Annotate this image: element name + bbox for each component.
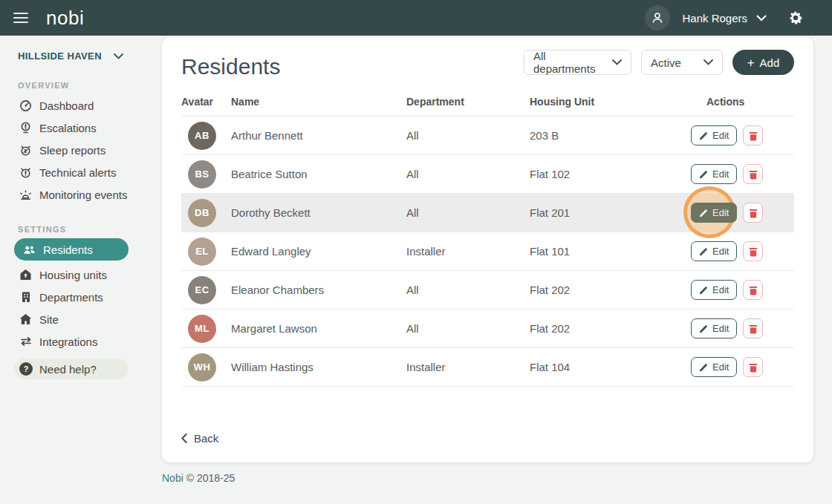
sidebar-item-escalations[interactable]: Escalations xyxy=(0,117,162,139)
resident-name: Dorothy Beckett xyxy=(231,206,406,219)
integrations-icon xyxy=(19,336,32,347)
edit-button[interactable]: Edit xyxy=(691,357,737,377)
pencil-icon xyxy=(699,247,708,256)
alarm-warning-icon xyxy=(19,166,32,179)
resident-housing-unit: Flat 101 xyxy=(530,245,663,258)
resident-department: All xyxy=(406,129,530,142)
resident-name: Margaret Lawson xyxy=(231,322,406,335)
sidebar-item-label: Dashboard xyxy=(39,99,94,112)
need-help-label: Need help? xyxy=(39,363,97,376)
resident-housing-unit: Flat 202 xyxy=(530,322,663,335)
sidebar-item-site[interactable]: Site xyxy=(0,308,162,330)
avatar: DB xyxy=(188,199,216,227)
pencil-icon xyxy=(699,170,708,179)
delete-button[interactable] xyxy=(743,125,763,145)
sidebar-item-label: Housing units xyxy=(39,269,107,281)
sidebar-item-residents[interactable]: Residents xyxy=(14,238,129,261)
menu-icon[interactable] xyxy=(13,10,28,26)
delete-button[interactable] xyxy=(743,357,763,377)
user-menu[interactable]: Hank Rogers xyxy=(682,12,747,24)
home-icon xyxy=(19,313,32,325)
delete-button[interactable] xyxy=(743,280,763,300)
sidebar-item-technical-alerts[interactable]: Technical alerts xyxy=(0,161,162,183)
delete-button[interactable] xyxy=(743,203,763,223)
sidebar-item-monitoring-events[interactable]: Monitoring events xyxy=(0,183,162,206)
user-avatar-icon[interactable] xyxy=(645,5,670,30)
app-logo: nobi xyxy=(46,7,84,30)
edit-button[interactable]: Edit xyxy=(691,241,737,261)
resident-housing-unit: Flat 102 xyxy=(530,168,663,180)
avatar-initials: EC xyxy=(195,284,209,295)
back-label: Back xyxy=(194,432,218,445)
pencil-icon xyxy=(699,209,708,217)
edit-button[interactable]: Edit xyxy=(691,125,737,145)
trash-icon xyxy=(748,285,758,295)
sidebar-item-label: Integrations xyxy=(39,336,97,348)
site-selector[interactable]: HILLSIDE HAVEN xyxy=(18,50,123,62)
trash-icon xyxy=(748,131,758,141)
pencil-icon xyxy=(699,324,708,333)
sidebar-item-label: Escalations xyxy=(39,122,97,134)
pencil-icon xyxy=(699,286,708,295)
chevron-down-icon[interactable] xyxy=(756,15,767,22)
sidebar-item-dashboard[interactable]: Dashboard xyxy=(0,94,162,117)
delete-button[interactable] xyxy=(743,318,763,338)
resident-name: Beatrice Sutton xyxy=(231,168,406,180)
section-settings: SETTINGS xyxy=(18,225,162,234)
edit-button-label: Edit xyxy=(712,323,729,334)
gear-icon[interactable] xyxy=(787,10,804,26)
sidebar-item-integrations[interactable]: Integrations xyxy=(0,330,162,353)
table-row: BS Beatrice Sutton All Flat 102 Edit xyxy=(181,155,794,194)
avatar-initials: DB xyxy=(195,207,209,218)
sidebar-item-label: Departments xyxy=(39,291,103,304)
residents-panel: Residents All departments Active + Add A xyxy=(162,38,813,462)
avatar-initials: AB xyxy=(195,130,209,141)
avatar-initials: ML xyxy=(195,323,209,334)
delete-button[interactable] xyxy=(743,164,763,184)
resident-name: William Hastings xyxy=(231,361,406,373)
trash-icon xyxy=(748,246,758,257)
sidebar-item-housing-units[interactable]: Housing units xyxy=(0,264,162,286)
table-row: WH William Hastings Installer Flat 104 E… xyxy=(181,348,794,387)
avatar: WH xyxy=(188,353,216,382)
back-button[interactable]: Back xyxy=(181,432,218,445)
avatar-initials: WH xyxy=(194,361,211,373)
edit-button-label: Edit xyxy=(712,130,729,141)
header-name: Name xyxy=(231,96,406,108)
sidebar-item-departments[interactable]: Departments xyxy=(0,286,162,308)
footer-copyright: © 2018-25 xyxy=(186,472,235,484)
siren-icon xyxy=(19,189,32,201)
department-filter-dropdown[interactable]: All departments xyxy=(524,50,631,75)
sidebar-item-label: Site xyxy=(39,313,59,326)
edit-button[interactable]: Edit xyxy=(691,203,737,223)
pencil-icon xyxy=(699,363,708,372)
chevron-down-icon xyxy=(602,59,622,65)
resident-housing-unit: Flat 202 xyxy=(530,284,663,296)
edit-button[interactable]: Edit xyxy=(691,280,737,300)
question-icon: ? xyxy=(19,362,33,376)
alert-bulb-icon xyxy=(19,122,32,134)
trash-icon xyxy=(748,208,758,218)
section-overview: OVERVIEW xyxy=(18,81,162,90)
status-filter-dropdown[interactable]: Active xyxy=(641,50,723,75)
sidebar-item-sleep-reports[interactable]: Sleep reports xyxy=(0,139,162,161)
avatar-initials: EL xyxy=(195,246,209,257)
avatar: BS xyxy=(188,160,216,189)
need-help-button[interactable]: ? Need help? xyxy=(14,359,129,379)
trash-icon xyxy=(748,169,758,180)
header-housing-unit: Housing Unit xyxy=(530,96,663,108)
footer-brand-link[interactable]: Nobi xyxy=(162,472,183,484)
avatar: EC xyxy=(188,276,216,304)
department-filter-value: All departments xyxy=(533,50,602,75)
edit-button[interactable]: Edit xyxy=(691,318,737,338)
avatar: EL xyxy=(188,238,216,266)
edit-button-label: Edit xyxy=(712,168,729,180)
building-icon xyxy=(19,291,32,303)
topbar: nobi Hank Rogers xyxy=(0,0,832,36)
trash-icon xyxy=(748,362,758,373)
edit-button[interactable]: Edit xyxy=(691,164,737,184)
edit-button-label: Edit xyxy=(712,284,729,295)
add-resident-button[interactable]: + Add xyxy=(732,50,794,75)
avatar: AB xyxy=(188,122,216,150)
delete-button[interactable] xyxy=(743,241,763,261)
